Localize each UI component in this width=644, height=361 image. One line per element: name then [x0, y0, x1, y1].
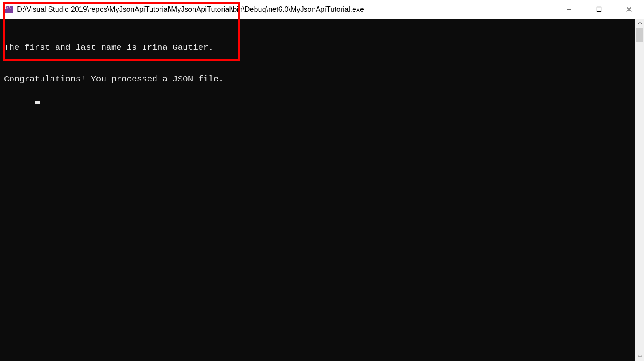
- vertical-scrollbar[interactable]: [635, 19, 644, 361]
- console-line: The first and last name is Irina Gautier…: [4, 43, 631, 53]
- svg-rect-1: [597, 7, 601, 12]
- console-line: Congratulations! You processed a JSON fi…: [4, 74, 631, 85]
- window-controls: [554, 0, 644, 19]
- window-title: D:\Visual Studio 2019\repos\MyJsonApiTut…: [17, 5, 364, 14]
- chevron-down-icon: [638, 355, 642, 359]
- console-output[interactable]: The first and last name is Irina Gautier…: [0, 19, 635, 361]
- minimize-button[interactable]: [554, 0, 584, 19]
- text-cursor: [35, 101, 40, 104]
- close-button[interactable]: [614, 0, 644, 19]
- console-window: D:\Visual Studio 2019\repos\MyJsonApiTut…: [0, 0, 644, 361]
- scroll-up-button[interactable]: [635, 19, 644, 28]
- maximize-button[interactable]: [584, 0, 614, 19]
- scroll-track[interactable]: [635, 28, 644, 352]
- chevron-up-icon: [638, 21, 642, 25]
- titlebar[interactable]: D:\Visual Studio 2019\repos\MyJsonApiTut…: [0, 0, 644, 19]
- content-row: The first and last name is Irina Gautier…: [0, 19, 644, 361]
- scroll-thumb[interactable]: [636, 28, 643, 42]
- minimize-icon: [566, 6, 572, 12]
- scroll-down-button[interactable]: [635, 352, 644, 361]
- maximize-icon: [596, 6, 602, 12]
- close-icon: [626, 6, 632, 12]
- app-icon: [4, 6, 13, 13]
